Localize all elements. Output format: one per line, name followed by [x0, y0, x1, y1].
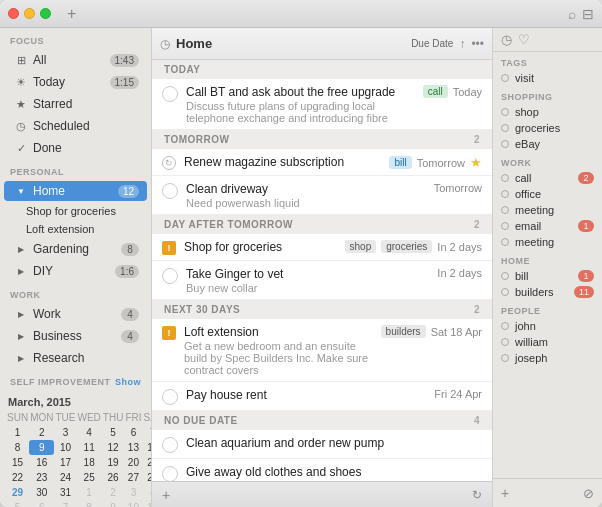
cal-cell[interactable]: 6	[124, 425, 142, 440]
cal-cell[interactable]: 8	[6, 440, 29, 455]
task-item[interactable]: ! Loft extension Get a new bedroom and a…	[152, 319, 492, 382]
cal-cell[interactable]: 3	[54, 425, 76, 440]
maximize-button[interactable]	[40, 8, 51, 19]
cal-cell[interactable]: 2	[29, 425, 54, 440]
sort-direction-icon[interactable]: ↑	[459, 37, 465, 51]
cal-cell[interactable]: 24	[54, 470, 76, 485]
sidebar-item-starred[interactable]: ★ Starred	[4, 94, 147, 114]
cal-cell[interactable]: 15	[6, 455, 29, 470]
task-checkbox[interactable]	[162, 86, 178, 102]
cal-cell[interactable]: 11	[76, 440, 101, 455]
sort-label[interactable]: Due Date	[411, 38, 453, 49]
task-item[interactable]: Clean aquarium and order new pump	[152, 430, 492, 459]
search-icon[interactable]: ⌕	[568, 6, 576, 22]
tags-add-button[interactable]: +	[501, 485, 509, 501]
tag-item-bill[interactable]: bill 1	[493, 268, 602, 284]
sidebar-item-loft-extension[interactable]: Loft extension	[4, 221, 147, 237]
task-item[interactable]: ! Shop for groceries shop groceries In 2…	[152, 234, 492, 261]
cal-cell[interactable]: 20	[124, 455, 142, 470]
tag-item-groceries[interactable]: groceries	[493, 120, 602, 136]
sidebar-item-gardening[interactable]: ▶ Gardening 8	[4, 239, 147, 259]
cal-cell[interactable]: 6	[29, 500, 54, 507]
tag-item-builders[interactable]: builders 11	[493, 284, 602, 300]
cal-cell[interactable]: 10	[54, 440, 76, 455]
tag-item-joseph[interactable]: joseph	[493, 350, 602, 366]
sidebar-item-diy[interactable]: ▶ DIY 1:6	[4, 261, 147, 281]
task-item[interactable]: Call BT and ask about the free upgrade D…	[152, 79, 492, 130]
cal-cell[interactable]: 4	[142, 485, 152, 500]
task-item[interactable]: Clean driveway Need powerwash liquid Tom…	[152, 176, 492, 215]
cal-cell[interactable]: 14	[142, 440, 152, 455]
sidebar-item-home[interactable]: ▼ Home 12	[4, 181, 147, 201]
sidebar-item-work[interactable]: ▶ Work 4	[4, 304, 147, 324]
cal-cell[interactable]: 5	[102, 425, 125, 440]
task-item[interactable]: Renew magazine subscription bill Tomorro…	[152, 149, 492, 176]
task-item[interactable]: Give away old clothes and shoes	[152, 459, 492, 481]
show-button[interactable]: Show	[115, 377, 141, 387]
cal-cell[interactable]: 1	[6, 425, 29, 440]
cal-cell[interactable]: 1	[76, 485, 101, 500]
cal-cell[interactable]: 25	[76, 470, 101, 485]
tag-item-meeting[interactable]: meeting	[493, 202, 602, 218]
more-options-icon[interactable]: •••	[471, 37, 484, 51]
cal-cell[interactable]: 23	[29, 470, 54, 485]
task-checkbox[interactable]	[162, 389, 178, 405]
task-checkbox[interactable]	[162, 183, 178, 199]
tags-clock-icon[interactable]: ◷	[501, 32, 512, 47]
task-checkbox[interactable]	[162, 437, 178, 453]
cal-cell[interactable]: 30	[29, 485, 54, 500]
tag-item-office[interactable]: office	[493, 186, 602, 202]
tag-item-meeting2[interactable]: meeting	[493, 234, 602, 250]
sidebar-item-business[interactable]: ▶ Business 4	[4, 326, 147, 346]
sidebar-item-shop-groceries[interactable]: Shop for groceries	[4, 203, 147, 219]
cal-cell[interactable]: 13	[124, 440, 142, 455]
cal-cell[interactable]: 4	[76, 425, 101, 440]
cal-cell[interactable]: 12	[102, 440, 125, 455]
cal-cell[interactable]: 3	[124, 485, 142, 500]
panel-toggle-icon[interactable]: ⊟	[582, 6, 594, 22]
cal-cell[interactable]: 27	[124, 470, 142, 485]
tag-item-email[interactable]: email 1	[493, 218, 602, 234]
tag-item-visit[interactable]: visit	[493, 70, 602, 86]
sidebar-item-today[interactable]: ☀ Today 1:15	[4, 72, 147, 92]
cal-cell[interactable]: 11	[142, 500, 152, 507]
cal-cell[interactable]: 7	[142, 425, 152, 440]
tags-heart-icon[interactable]: ♡	[518, 32, 530, 47]
tag-item-call[interactable]: call 2	[493, 170, 602, 186]
cal-cell[interactable]: 16	[29, 455, 54, 470]
sidebar-item-scheduled[interactable]: ◷ Scheduled	[4, 116, 147, 136]
tag-item-john[interactable]: john	[493, 318, 602, 334]
cal-cell[interactable]: 7	[54, 500, 76, 507]
cal-cell[interactable]: 28	[142, 470, 152, 485]
history-icon[interactable]: ◷	[160, 37, 170, 51]
cal-cell[interactable]: 29	[6, 485, 29, 500]
cal-cell[interactable]: 21	[142, 455, 152, 470]
cal-cell[interactable]: 19	[102, 455, 125, 470]
cal-cell[interactable]: 9	[102, 500, 125, 507]
tags-filter-icon[interactable]: ⊘	[583, 486, 594, 501]
refresh-icon[interactable]: ↻	[472, 488, 482, 502]
task-item[interactable]: Pay house rent Fri 24 Apr	[152, 382, 492, 411]
cal-cell[interactable]: 31	[54, 485, 76, 500]
tag-item-ebay[interactable]: eBay	[493, 136, 602, 152]
sidebar-item-all[interactable]: ⊞ All 1:43	[4, 50, 147, 70]
cal-cell[interactable]: 2	[102, 485, 125, 500]
cal-cell[interactable]: 10	[124, 500, 142, 507]
cal-cell[interactable]: 26	[102, 470, 125, 485]
cal-cell[interactable]: 22	[6, 470, 29, 485]
minimize-button[interactable]	[24, 8, 35, 19]
cal-cell[interactable]: 9	[29, 440, 54, 455]
cal-cell[interactable]: 17	[54, 455, 76, 470]
add-button[interactable]: +	[67, 5, 76, 23]
sidebar-item-done[interactable]: ✓ Done	[4, 138, 147, 158]
cal-cell[interactable]: 18	[76, 455, 101, 470]
task-checkbox[interactable]	[162, 268, 178, 284]
cal-cell[interactable]: 8	[76, 500, 101, 507]
task-item[interactable]: Take Ginger to vet Buy new collar In 2 d…	[152, 261, 492, 300]
task-checkbox[interactable]	[162, 466, 178, 481]
tag-item-shop[interactable]: shop	[493, 104, 602, 120]
content-add-button[interactable]: +	[162, 487, 170, 503]
tag-item-william[interactable]: william	[493, 334, 602, 350]
close-button[interactable]	[8, 8, 19, 19]
cal-cell[interactable]: 5	[6, 500, 29, 507]
